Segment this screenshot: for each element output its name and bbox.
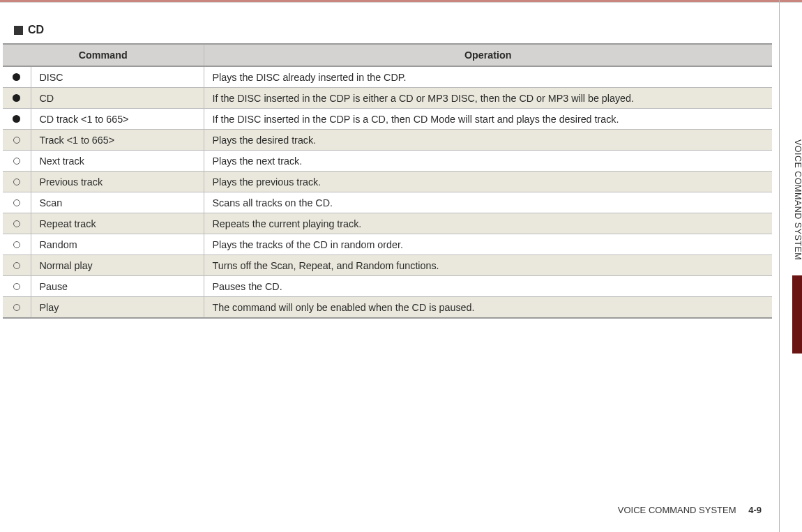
- top-accent-bar-shadow: [0, 2, 802, 3]
- row-operation: Pauses the CD.: [204, 276, 772, 297]
- row-command: CD track <1 to 665>: [31, 109, 204, 130]
- table-row: RandomPlays the tracks of the CD in rand…: [3, 234, 772, 255]
- side-tab: VOICE COMMAND SYSTEM: [779, 0, 802, 532]
- empty-circle-icon: [13, 158, 20, 165]
- command-table: Command Operation DISCPlays the DISC alr…: [3, 43, 772, 319]
- row-operation: Repeats the current playing track.: [204, 213, 772, 234]
- table-row: Next trackPlays the next track.: [3, 151, 772, 172]
- empty-circle-icon: [13, 220, 20, 227]
- row-icon-cell: [3, 234, 31, 255]
- row-icon-cell: [3, 130, 31, 151]
- row-operation: The command will only be enabled when th…: [204, 297, 772, 319]
- row-operation: Plays the tracks of the CD in random ord…: [204, 234, 772, 255]
- col-header-operation: Operation: [204, 44, 772, 66]
- empty-circle-icon: [13, 178, 20, 185]
- empty-circle-icon: [13, 241, 20, 248]
- row-operation: Plays the desired track.: [204, 130, 772, 151]
- side-tab-accent: [792, 275, 802, 354]
- row-operation: If the DISC inserted in the CDP is eithe…: [204, 88, 772, 109]
- empty-circle-icon: [13, 137, 20, 144]
- side-tab-label: VOICE COMMAND SYSTEM: [780, 139, 802, 260]
- row-command: DISC: [31, 66, 204, 88]
- row-command: CD: [31, 88, 204, 109]
- section-title: CD: [28, 24, 44, 36]
- filled-circle-icon: [13, 73, 20, 81]
- table-row: Track <1 to 665>Plays the desired track.: [3, 130, 772, 151]
- row-operation: Plays the previous track.: [204, 172, 772, 192]
- row-icon-cell: [3, 255, 31, 276]
- empty-circle-icon: [13, 199, 20, 206]
- row-command: Normal play: [31, 255, 204, 276]
- table-row: Repeat trackRepeats the current playing …: [3, 213, 772, 234]
- table-row: Normal playTurns off the Scan, Repeat, a…: [3, 255, 772, 276]
- row-command: Previous track: [31, 172, 204, 192]
- empty-circle-icon: [13, 283, 20, 290]
- row-icon-cell: [3, 172, 31, 192]
- section-heading: CD: [3, 14, 772, 43]
- row-operation: Plays the next track.: [204, 151, 772, 172]
- table-row: CD track <1 to 665>If the DISC inserted …: [3, 109, 772, 130]
- row-icon-cell: [3, 276, 31, 297]
- footer-section: VOICE COMMAND SYSTEM: [618, 505, 736, 515]
- filled-circle-icon: [13, 115, 20, 123]
- page-content: CD Command Operation DISCPlays the DISC …: [0, 14, 772, 319]
- row-icon-cell: [3, 297, 31, 319]
- row-operation: Turns off the Scan, Repeat, and Random f…: [204, 255, 772, 276]
- row-command: Pause: [31, 276, 204, 297]
- row-icon-cell: [3, 109, 31, 130]
- row-icon-cell: [3, 192, 31, 213]
- row-icon-cell: [3, 151, 31, 172]
- table-row: CDIf the DISC inserted in the CDP is eit…: [3, 88, 772, 109]
- row-command: Repeat track: [31, 213, 204, 234]
- row-command: Next track: [31, 151, 204, 172]
- row-command: Random: [31, 234, 204, 255]
- empty-circle-icon: [13, 262, 20, 269]
- table-row: Previous trackPlays the previous track.: [3, 172, 772, 192]
- row-operation: If the DISC inserted in the CDP is a CD,…: [204, 109, 772, 130]
- row-icon-cell: [3, 88, 31, 109]
- filled-circle-icon: [13, 94, 20, 102]
- row-icon-cell: [3, 66, 31, 88]
- table-row: DISCPlays the DISC already inserted in t…: [3, 66, 772, 88]
- page-footer: VOICE COMMAND SYSTEM 4-9: [618, 505, 762, 515]
- row-command: Play: [31, 297, 204, 319]
- square-bullet-icon: [14, 26, 23, 35]
- row-command: Track <1 to 665>: [31, 130, 204, 151]
- row-icon-cell: [3, 213, 31, 234]
- row-command: Scan: [31, 192, 204, 213]
- command-table-body: DISCPlays the DISC already inserted in t…: [3, 66, 772, 318]
- table-row: ScanScans all tracks on the CD.: [3, 192, 772, 213]
- table-row: PlayThe command will only be enabled whe…: [3, 297, 772, 319]
- col-header-command: Command: [3, 44, 204, 66]
- row-operation: Plays the DISC already inserted in the C…: [204, 66, 772, 88]
- row-operation: Scans all tracks on the CD.: [204, 192, 772, 213]
- empty-circle-icon: [13, 304, 20, 311]
- footer-page-number: 4-9: [748, 505, 762, 515]
- table-row: PausePauses the CD.: [3, 276, 772, 297]
